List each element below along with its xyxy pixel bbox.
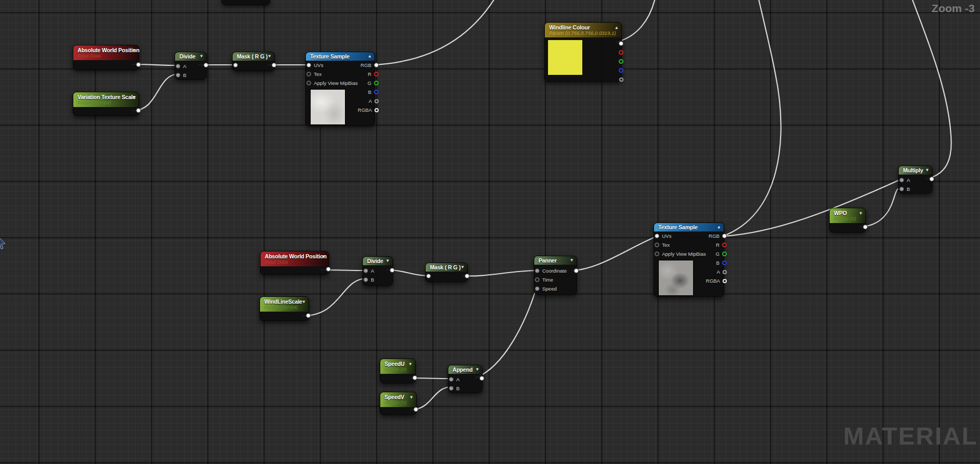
output-pin[interactable] <box>412 375 417 380</box>
collapse-icon[interactable]: ▲ <box>368 54 372 59</box>
wire-vts-divide1-b[interactable] <box>132 74 179 111</box>
output-pin-a[interactable] <box>723 270 727 274</box>
node-texture-sample-1[interactable]: Texture Sample ▲ UVs Tex Apply View MipB… <box>305 52 375 126</box>
output-pin-b[interactable] <box>619 68 623 73</box>
wire-mask2-panner-coordinate[interactable] <box>462 270 536 276</box>
output-pin[interactable] <box>390 268 395 273</box>
output-pin[interactable] <box>306 313 311 318</box>
output-pin[interactable] <box>414 407 418 412</box>
wire-panner-tex2-uvs[interactable] <box>572 236 657 270</box>
node-mask-rg-1[interactable]: Mask ( R G ) ▼ <box>232 52 275 71</box>
input-pin-coordinate[interactable] <box>535 268 540 273</box>
collapse-icon[interactable]: ▼ <box>475 368 479 372</box>
output-pin[interactable] <box>479 376 484 381</box>
node-windlinescale[interactable]: WindLineScale Param (2e+04) ▼ <box>260 296 309 321</box>
input-pin-uvs[interactable] <box>655 234 659 238</box>
texture-preview[interactable] <box>310 89 345 125</box>
input-pin-a[interactable] <box>449 377 454 382</box>
input-pin-a[interactable] <box>899 178 904 182</box>
wire-append-panner-speed[interactable] <box>475 289 536 378</box>
collapse-icon[interactable]: ▲ <box>717 225 721 229</box>
node-multiply[interactable]: Multiply ▼ A B <box>898 166 933 194</box>
input-pin-a[interactable] <box>176 64 180 69</box>
node-speedu[interactable]: SpeedU Param (0) ▼ <box>380 359 416 383</box>
material-graph-canvas[interactable]: Absolute World Position Input Data ▼ Var… <box>0 0 980 464</box>
collapse-icon[interactable]: ▼ <box>460 265 465 269</box>
wire-speedv-append-b[interactable] <box>410 386 454 410</box>
wire-tex1-rgb-top[interactable] <box>372 0 495 65</box>
output-pin-a[interactable] <box>619 78 623 82</box>
collapse-icon[interactable]: ▲ <box>614 26 619 30</box>
output-pin[interactable] <box>136 62 141 67</box>
output-pin-g[interactable] <box>619 59 623 64</box>
collapse-icon[interactable]: ▼ <box>570 258 574 263</box>
output-pin[interactable] <box>465 274 469 278</box>
wire-multiply-top[interactable] <box>912 0 951 179</box>
input-pin-mipbias[interactable] <box>306 81 311 85</box>
node-variation-texture-scale[interactable]: Variation Texture Scale Param (2e+04) ▼ <box>73 92 139 116</box>
node-title: Mask ( R G ) <box>430 265 460 270</box>
node-divide-2[interactable]: Divide ▼ A B <box>362 256 393 286</box>
collapse-icon[interactable]: ▼ <box>302 300 306 304</box>
output-pin[interactable] <box>204 63 208 67</box>
node-append[interactable]: Append ▼ A B <box>448 365 483 393</box>
output-pin[interactable] <box>136 108 141 113</box>
input-pin-b[interactable] <box>363 277 368 282</box>
node-texture-sample-2[interactable]: Texture Sample ▲ UVs Tex Apply View MipB… <box>654 223 724 297</box>
collapse-icon[interactable]: ▼ <box>925 168 929 172</box>
output-pin[interactable] <box>574 268 579 273</box>
input-pin[interactable] <box>426 274 431 278</box>
texture-preview[interactable] <box>658 260 694 296</box>
pin-label: B <box>371 277 374 283</box>
pin-label: Time <box>542 277 553 283</box>
output-pin[interactable] <box>929 177 934 181</box>
collapse-icon[interactable]: ▼ <box>386 259 390 263</box>
node-panner[interactable]: Panner ▼ Coordinate Time Speed <box>534 256 577 295</box>
node-cutoff-top[interactable] <box>222 0 270 5</box>
input-pin[interactable] <box>233 63 238 67</box>
output-pin-rgba[interactable] <box>723 279 727 283</box>
node-divide-1[interactable]: Divide ▼ A B <box>175 52 207 80</box>
node-absolute-world-position-2[interactable]: Absolute World Position Input Data ▼ <box>260 251 329 275</box>
input-pin-tex[interactable] <box>655 243 659 247</box>
output-pin[interactable] <box>272 63 276 67</box>
collapse-icon[interactable]: ▼ <box>322 255 326 259</box>
node-header: Divide ▼ <box>175 52 206 61</box>
input-pin-b[interactable] <box>899 187 904 191</box>
output-pin-r[interactable] <box>619 50 623 55</box>
output-pin[interactable] <box>326 267 331 272</box>
node-header: Variation Texture Scale Param (2e+04) ▼ <box>73 92 139 107</box>
collapse-icon[interactable]: ▼ <box>408 362 412 366</box>
color-swatch[interactable] <box>547 40 583 75</box>
collapse-icon[interactable]: ▼ <box>132 95 136 100</box>
output-pin-rgb[interactable] <box>619 41 623 46</box>
input-pin-b[interactable] <box>449 386 454 391</box>
input-pin-mipbias[interactable] <box>655 252 659 256</box>
wire-windline-top[interactable] <box>616 0 655 42</box>
wire-tex2-rgb-top[interactable] <box>723 0 781 236</box>
input-pin-speed[interactable] <box>535 286 540 291</box>
node-speedv[interactable]: SpeedV Param (0) ▼ <box>380 392 417 415</box>
node-mask-rg-2[interactable]: Mask ( R G ) ▼ <box>425 263 468 282</box>
input-pin-uvs[interactable] <box>306 63 311 67</box>
wire-wls-divide2-b[interactable] <box>302 278 367 316</box>
collapse-icon[interactable]: ▼ <box>132 49 136 53</box>
node-subtitle: Param (0) <box>385 400 407 405</box>
input-pin-time[interactable] <box>535 277 540 282</box>
node-header: Absolute World Position Input Data ▼ <box>261 252 329 266</box>
output-pin-a[interactable] <box>374 99 379 103</box>
pin-label: A <box>456 377 459 382</box>
node-absolute-world-position-1[interactable]: Absolute World Position Input Data ▼ <box>73 45 139 70</box>
collapse-icon[interactable]: ▼ <box>267 54 272 59</box>
output-pin-rgba[interactable] <box>374 108 379 112</box>
output-pin[interactable] <box>863 225 868 229</box>
input-pin-tex[interactable] <box>306 72 311 76</box>
collapse-icon[interactable]: ▼ <box>199 54 204 59</box>
input-pin-a[interactable] <box>363 268 368 273</box>
node-windline-colour[interactable]: Windline Colour Param (0.756,0.756,0.031… <box>544 22 622 82</box>
node-wpo[interactable]: WPO Param (0) ▼ <box>829 208 866 233</box>
input-pin-b[interactable] <box>176 73 180 78</box>
wire-tex2-rgb-multiply-a[interactable] <box>723 179 901 236</box>
collapse-icon[interactable]: ▼ <box>409 395 414 400</box>
collapse-icon[interactable]: ▼ <box>859 211 863 216</box>
